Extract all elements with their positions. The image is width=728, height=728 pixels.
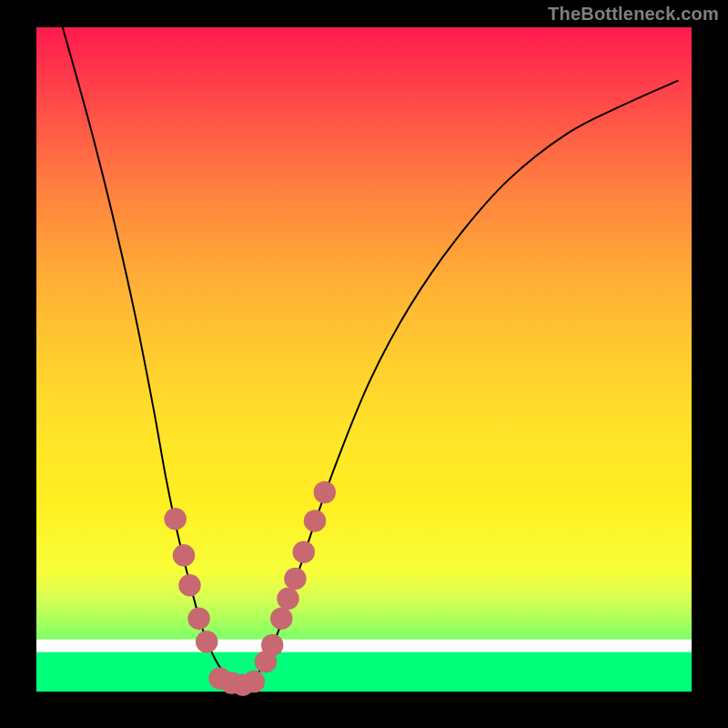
sample-dot	[196, 631, 217, 652]
sample-dot	[284, 568, 306, 590]
chart-stage: TheBottleneck.com	[0, 0, 728, 728]
sample-dot	[261, 634, 283, 656]
sample-dot	[314, 481, 336, 503]
sample-dot	[243, 671, 265, 693]
sample-dot	[187, 607, 209, 629]
watermark-text: TheBottleneck.com	[548, 4, 719, 25]
chart-svg	[36, 27, 692, 692]
sample-dot	[173, 544, 195, 566]
sample-dot	[178, 574, 200, 596]
bottleneck-curve-right	[243, 80, 679, 684]
sample-dot	[277, 588, 298, 610]
sample-dots	[164, 481, 336, 696]
sample-dot	[304, 510, 326, 531]
sample-dot	[270, 607, 292, 629]
sample-dot	[164, 508, 186, 530]
sample-dot	[293, 541, 315, 562]
bottleneck-curve-left	[63, 27, 243, 685]
plot-area	[36, 27, 692, 692]
